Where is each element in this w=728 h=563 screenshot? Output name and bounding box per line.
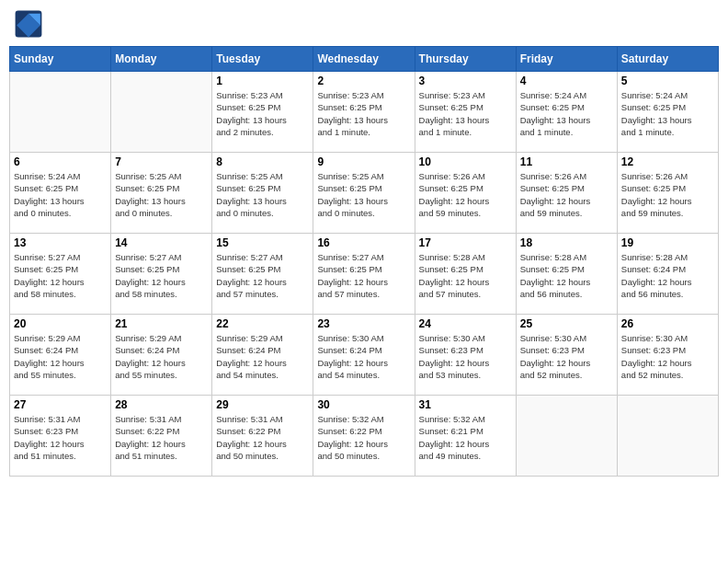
day-number: 9	[317, 155, 410, 168]
calendar-cell: 19Sunrise: 5:28 AM Sunset: 6:24 PM Dayli…	[617, 234, 718, 315]
calendar-cell: 8Sunrise: 5:25 AM Sunset: 6:25 PM Daylig…	[212, 153, 313, 234]
calendar-cell: 10Sunrise: 5:26 AM Sunset: 6:25 PM Dayli…	[415, 153, 516, 234]
day-info: Sunrise: 5:32 AM Sunset: 6:22 PM Dayligh…	[317, 413, 410, 462]
day-info: Sunrise: 5:24 AM Sunset: 6:25 PM Dayligh…	[520, 89, 613, 138]
page-header	[9, 9, 719, 39]
weekday-header-cell: Friday	[516, 47, 617, 72]
day-info: Sunrise: 5:26 AM Sunset: 6:25 PM Dayligh…	[621, 170, 714, 219]
day-info: Sunrise: 5:28 AM Sunset: 6:24 PM Dayligh…	[621, 251, 714, 300]
calendar-cell: 20Sunrise: 5:29 AM Sunset: 6:24 PM Dayli…	[10, 315, 111, 396]
day-number: 14	[115, 236, 208, 249]
calendar-cell: 7Sunrise: 5:25 AM Sunset: 6:25 PM Daylig…	[111, 153, 212, 234]
day-info: Sunrise: 5:31 AM Sunset: 6:22 PM Dayligh…	[216, 413, 309, 462]
calendar-cell: 18Sunrise: 5:28 AM Sunset: 6:25 PM Dayli…	[516, 234, 617, 315]
day-info: Sunrise: 5:29 AM Sunset: 6:24 PM Dayligh…	[216, 332, 309, 381]
day-number: 17	[419, 236, 512, 249]
calendar-cell	[516, 396, 617, 477]
day-number: 21	[115, 317, 208, 330]
weekday-header-cell: Monday	[111, 47, 212, 72]
day-info: Sunrise: 5:27 AM Sunset: 6:25 PM Dayligh…	[317, 251, 410, 300]
calendar-cell: 25Sunrise: 5:30 AM Sunset: 6:23 PM Dayli…	[516, 315, 617, 396]
day-number: 20	[14, 317, 107, 330]
calendar-cell: 3Sunrise: 5:23 AM Sunset: 6:25 PM Daylig…	[415, 72, 516, 153]
day-number: 15	[216, 236, 309, 249]
day-info: Sunrise: 5:25 AM Sunset: 6:25 PM Dayligh…	[216, 170, 309, 219]
day-info: Sunrise: 5:27 AM Sunset: 6:25 PM Dayligh…	[216, 251, 309, 300]
calendar-cell: 6Sunrise: 5:24 AM Sunset: 6:25 PM Daylig…	[10, 153, 111, 234]
day-number: 22	[216, 317, 309, 330]
day-number: 19	[621, 236, 714, 249]
calendar-week-row: 1Sunrise: 5:23 AM Sunset: 6:25 PM Daylig…	[10, 72, 719, 153]
weekday-header-cell: Sunday	[10, 47, 111, 72]
calendar-week-row: 13Sunrise: 5:27 AM Sunset: 6:25 PM Dayli…	[10, 234, 719, 315]
calendar-cell: 30Sunrise: 5:32 AM Sunset: 6:22 PM Dayli…	[313, 396, 415, 477]
weekday-header-row: SundayMondayTuesdayWednesdayThursdayFrid…	[10, 47, 719, 72]
weekday-header-cell: Tuesday	[212, 47, 313, 72]
day-number: 13	[14, 236, 107, 249]
day-number: 26	[621, 317, 714, 330]
day-info: Sunrise: 5:26 AM Sunset: 6:25 PM Dayligh…	[520, 170, 613, 219]
calendar-cell	[111, 72, 212, 153]
day-number: 6	[14, 155, 107, 168]
day-number: 12	[621, 155, 714, 168]
calendar-table: SundayMondayTuesdayWednesdayThursdayFrid…	[9, 46, 719, 477]
calendar-cell	[10, 72, 111, 153]
weekday-header-cell: Wednesday	[313, 47, 415, 72]
day-info: Sunrise: 5:23 AM Sunset: 6:25 PM Dayligh…	[419, 89, 512, 138]
day-number: 8	[216, 155, 309, 168]
calendar-cell: 16Sunrise: 5:27 AM Sunset: 6:25 PM Dayli…	[313, 234, 415, 315]
calendar-cell: 27Sunrise: 5:31 AM Sunset: 6:23 PM Dayli…	[10, 396, 111, 477]
calendar-cell: 21Sunrise: 5:29 AM Sunset: 6:24 PM Dayli…	[111, 315, 212, 396]
calendar-cell: 23Sunrise: 5:30 AM Sunset: 6:24 PM Dayli…	[313, 315, 415, 396]
day-info: Sunrise: 5:24 AM Sunset: 6:25 PM Dayligh…	[14, 170, 107, 219]
day-number: 24	[419, 317, 512, 330]
calendar-cell: 13Sunrise: 5:27 AM Sunset: 6:25 PM Dayli…	[10, 234, 111, 315]
day-number: 10	[419, 155, 512, 168]
day-number: 2	[317, 75, 410, 87]
day-number: 28	[115, 398, 208, 411]
day-info: Sunrise: 5:30 AM Sunset: 6:23 PM Dayligh…	[419, 332, 512, 381]
calendar-cell: 28Sunrise: 5:31 AM Sunset: 6:22 PM Dayli…	[111, 396, 212, 477]
calendar-week-row: 20Sunrise: 5:29 AM Sunset: 6:24 PM Dayli…	[10, 315, 719, 396]
calendar-cell: 24Sunrise: 5:30 AM Sunset: 6:23 PM Dayli…	[415, 315, 516, 396]
calendar-cell: 29Sunrise: 5:31 AM Sunset: 6:22 PM Dayli…	[212, 396, 313, 477]
calendar-cell: 14Sunrise: 5:27 AM Sunset: 6:25 PM Dayli…	[111, 234, 212, 315]
day-number: 1	[216, 75, 309, 87]
day-info: Sunrise: 5:25 AM Sunset: 6:25 PM Dayligh…	[317, 170, 410, 219]
day-info: Sunrise: 5:29 AM Sunset: 6:24 PM Dayligh…	[14, 332, 107, 381]
calendar-cell: 1Sunrise: 5:23 AM Sunset: 6:25 PM Daylig…	[212, 72, 313, 153]
calendar-cell: 15Sunrise: 5:27 AM Sunset: 6:25 PM Dayli…	[212, 234, 313, 315]
day-info: Sunrise: 5:23 AM Sunset: 6:25 PM Dayligh…	[317, 89, 410, 138]
calendar-cell: 17Sunrise: 5:28 AM Sunset: 6:25 PM Dayli…	[415, 234, 516, 315]
day-info: Sunrise: 5:32 AM Sunset: 6:21 PM Dayligh…	[419, 413, 512, 462]
day-number: 5	[621, 75, 714, 87]
calendar-cell: 9Sunrise: 5:25 AM Sunset: 6:25 PM Daylig…	[313, 153, 415, 234]
day-number: 31	[419, 398, 512, 411]
calendar-cell: 2Sunrise: 5:23 AM Sunset: 6:25 PM Daylig…	[313, 72, 415, 153]
day-number: 11	[520, 155, 613, 168]
calendar-cell: 12Sunrise: 5:26 AM Sunset: 6:25 PM Dayli…	[617, 153, 718, 234]
calendar-cell: 5Sunrise: 5:24 AM Sunset: 6:25 PM Daylig…	[617, 72, 718, 153]
logo-icon	[14, 9, 43, 39]
calendar-cell	[617, 396, 718, 477]
day-info: Sunrise: 5:30 AM Sunset: 6:23 PM Dayligh…	[621, 332, 714, 381]
logo	[14, 9, 47, 39]
calendar-body: 1Sunrise: 5:23 AM Sunset: 6:25 PM Daylig…	[10, 72, 719, 477]
day-info: Sunrise: 5:31 AM Sunset: 6:23 PM Dayligh…	[14, 413, 107, 462]
day-info: Sunrise: 5:28 AM Sunset: 6:25 PM Dayligh…	[419, 251, 512, 300]
calendar-cell: 31Sunrise: 5:32 AM Sunset: 6:21 PM Dayli…	[415, 396, 516, 477]
day-info: Sunrise: 5:29 AM Sunset: 6:24 PM Dayligh…	[115, 332, 208, 381]
day-number: 7	[115, 155, 208, 168]
weekday-header-cell: Saturday	[617, 47, 718, 72]
day-info: Sunrise: 5:31 AM Sunset: 6:22 PM Dayligh…	[115, 413, 208, 462]
day-info: Sunrise: 5:27 AM Sunset: 6:25 PM Dayligh…	[115, 251, 208, 300]
day-number: 3	[419, 75, 512, 87]
day-info: Sunrise: 5:23 AM Sunset: 6:25 PM Dayligh…	[216, 89, 309, 138]
day-number: 23	[317, 317, 410, 330]
day-info: Sunrise: 5:27 AM Sunset: 6:25 PM Dayligh…	[14, 251, 107, 300]
day-info: Sunrise: 5:30 AM Sunset: 6:24 PM Dayligh…	[317, 332, 410, 381]
calendar-cell: 11Sunrise: 5:26 AM Sunset: 6:25 PM Dayli…	[516, 153, 617, 234]
calendar-cell: 22Sunrise: 5:29 AM Sunset: 6:24 PM Dayli…	[212, 315, 313, 396]
day-info: Sunrise: 5:28 AM Sunset: 6:25 PM Dayligh…	[520, 251, 613, 300]
calendar-cell: 4Sunrise: 5:24 AM Sunset: 6:25 PM Daylig…	[516, 72, 617, 153]
